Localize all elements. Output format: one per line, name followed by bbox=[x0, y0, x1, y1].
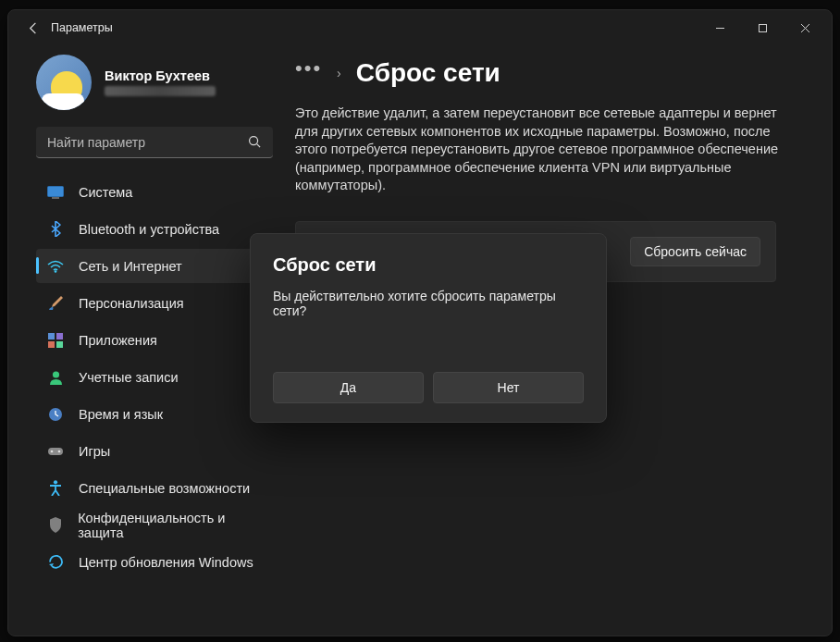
dialog-title: Сброс сети bbox=[273, 254, 584, 276]
yes-button[interactable]: Да bbox=[273, 372, 424, 403]
confirm-dialog: Сброс сети Вы действительно хотите сброс… bbox=[250, 233, 607, 423]
settings-window: Параметры Виктор Бухтеев bbox=[7, 9, 833, 636]
dialog-buttons: Да Нет bbox=[273, 372, 584, 403]
dialog-message: Вы действительно хотите сбросить парамет… bbox=[273, 289, 584, 318]
no-button[interactable]: Нет bbox=[433, 372, 584, 403]
